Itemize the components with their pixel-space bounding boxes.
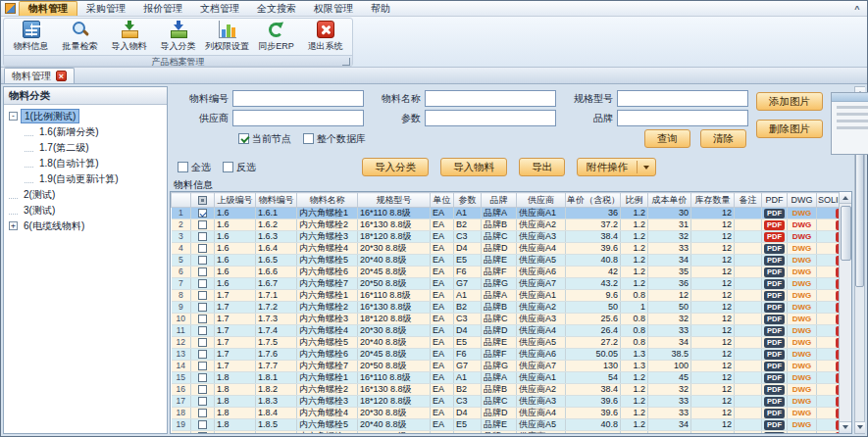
row-checkbox[interactable] xyxy=(198,338,207,347)
cell-sw[interactable]: SW xyxy=(817,278,840,290)
tab-close-icon[interactable]: × xyxy=(56,71,67,81)
ribbon-collapse-button[interactable]: ^ xyxy=(847,1,867,16)
cell-sw[interactable]: SW xyxy=(817,419,840,431)
row-checkbox[interactable] xyxy=(198,350,207,359)
menu-tab-purchase-mgmt[interactable]: 采购管理 xyxy=(77,1,134,16)
table-row-1.8.6[interactable]: 201.81.8.6内六角螺栓620*45 8.8级EAF6品牌F供应商A642… xyxy=(172,431,840,434)
current-node-checkbox[interactable] xyxy=(238,133,249,144)
pdf-badge[interactable]: PDF xyxy=(764,303,785,313)
row-checkbox[interactable] xyxy=(198,244,207,253)
cell-dwg[interactable]: DWG xyxy=(788,384,817,396)
cell-dwg[interactable]: DWG xyxy=(788,255,817,267)
column-header-parent[interactable]: 上级编号 xyxy=(215,193,256,208)
table-row-1.6.5[interactable]: 51.61.6.5内六角螺栓520*40 8.8级EAE5品牌E供应商A540.… xyxy=(172,255,840,267)
cell-check[interactable] xyxy=(191,302,215,314)
row-checkbox[interactable] xyxy=(198,291,207,300)
row-checkbox[interactable] xyxy=(198,220,207,229)
table-row-1.6.4[interactable]: 41.61.6.4内六角螺栓420*30 8.8级EAD4品牌D供应商A439.… xyxy=(172,243,840,255)
cell-check[interactable] xyxy=(191,349,215,361)
cell-sw[interactable]: SW xyxy=(817,361,840,372)
pdf-badge[interactable]: PDF xyxy=(764,338,785,348)
table-row-1.7.2[interactable]: 91.71.7.2内六角螺栓216*130 8.8级EAB2品牌B供应商A250… xyxy=(172,302,840,314)
column-header-n[interactable] xyxy=(172,193,191,208)
cell-check[interactable] xyxy=(191,361,215,372)
row-checkbox[interactable] xyxy=(198,209,207,218)
scrollbar-thumb[interactable] xyxy=(841,206,851,261)
cell-pdf[interactable]: PDF xyxy=(762,431,788,434)
dwg-badge[interactable]: DWG xyxy=(792,209,812,218)
cell-sw[interactable]: SW xyxy=(817,255,840,267)
grid-vertical-scrollbar[interactable] xyxy=(839,192,851,433)
dwg-badge[interactable]: DWG xyxy=(792,303,812,312)
expand-icon[interactable]: + xyxy=(9,221,18,230)
pdf-badge[interactable]: PDF xyxy=(764,373,785,383)
cell-sw[interactable]: SW xyxy=(817,325,840,337)
column-header-ratio[interactable]: 比例 xyxy=(621,193,648,208)
cell-check[interactable] xyxy=(191,325,215,337)
whole-database-checkbox[interactable] xyxy=(303,133,314,144)
cell-check[interactable] xyxy=(191,219,215,231)
select-all-checkbox[interactable] xyxy=(198,196,207,205)
cell-dwg[interactable]: DWG xyxy=(788,290,817,302)
row-checkbox[interactable] xyxy=(198,279,207,288)
ribbon-button-import-category[interactable]: 导入分类 xyxy=(154,20,202,54)
column-header-brand[interactable]: 品牌 xyxy=(482,193,517,208)
cell-dwg[interactable]: DWG xyxy=(788,208,817,219)
column-header-price[interactable]: 单价（含税） xyxy=(566,193,621,208)
column-header-dwg[interactable]: DWG xyxy=(788,193,817,208)
cell-sw[interactable]: SW xyxy=(817,302,840,314)
table-row-1.8.1[interactable]: 151.81.8.1内六角螺栓116*110 8.8级EAA1品牌A供应商A15… xyxy=(172,372,840,384)
dwg-badge[interactable]: DWG xyxy=(792,385,812,394)
cell-pdf[interactable]: PDF xyxy=(762,314,788,325)
pdf-badge[interactable]: PDF xyxy=(764,244,785,254)
dwg-badge[interactable]: DWG xyxy=(792,220,812,229)
column-header-sw[interactable]: SOLIDWORKS xyxy=(817,193,840,208)
dwg-badge[interactable]: DWG xyxy=(792,267,812,276)
cell-pdf[interactable]: PDF xyxy=(762,290,788,302)
cell-check[interactable] xyxy=(191,267,215,278)
row-checkbox[interactable] xyxy=(198,232,207,241)
pdf-badge[interactable]: PDF xyxy=(764,326,785,336)
cell-dwg[interactable]: DWG xyxy=(788,231,817,243)
row-checkbox[interactable] xyxy=(198,373,207,382)
cell-pdf[interactable]: PDF xyxy=(762,372,788,384)
cell-check[interactable] xyxy=(191,419,215,431)
column-header-check[interactable] xyxy=(191,193,215,208)
pdf-badge[interactable]: PDF xyxy=(764,362,785,371)
select-all-checkbox[interactable] xyxy=(178,162,188,172)
cell-pdf[interactable]: PDF xyxy=(762,243,788,255)
search-input-spec-model[interactable] xyxy=(617,90,748,107)
cell-check[interactable] xyxy=(191,431,215,434)
dwg-badge[interactable]: DWG xyxy=(792,350,812,359)
pdf-badge[interactable]: PDF xyxy=(764,432,785,433)
row-checkbox[interactable] xyxy=(198,432,207,433)
cell-check[interactable] xyxy=(191,408,215,419)
material-image-preview[interactable] xyxy=(831,92,868,155)
pdf-badge[interactable]: PDF xyxy=(764,232,785,242)
checkbox-current-node[interactable]: 当前节点 xyxy=(238,132,291,146)
cell-check[interactable] xyxy=(191,290,215,302)
cell-sw[interactable]: SW xyxy=(817,372,840,384)
cell-check[interactable] xyxy=(191,314,215,325)
column-header-pdf[interactable]: PDF xyxy=(762,193,788,208)
search-input-material-code[interactable] xyxy=(232,90,364,107)
dwg-badge[interactable]: DWG xyxy=(792,315,812,323)
cell-pdf[interactable]: PDF xyxy=(762,419,788,431)
dwg-badge[interactable]: DWG xyxy=(792,232,812,241)
cell-sw[interactable]: SW xyxy=(817,431,840,434)
delete-image-button[interactable]: 删除图片 xyxy=(756,120,823,138)
cell-dwg[interactable]: DWG xyxy=(788,278,817,290)
ribbon-button-material-info[interactable]: 物料信息 xyxy=(7,20,55,54)
pdf-badge[interactable]: PDF xyxy=(764,209,785,218)
pdf-badge[interactable]: PDF xyxy=(764,397,785,407)
search-input-material-name[interactable] xyxy=(425,90,556,107)
row-checkbox[interactable] xyxy=(198,267,207,276)
table-row-1.7.1[interactable]: 81.71.7.1内六角螺栓116*110 8.8级EAA1品牌A供应商A19.… xyxy=(172,290,840,302)
cell-check[interactable] xyxy=(191,255,215,267)
cell-dwg[interactable]: DWG xyxy=(788,431,817,434)
row-checkbox[interactable] xyxy=(198,256,207,265)
cell-dwg[interactable]: DWG xyxy=(788,314,817,325)
cell-check[interactable] xyxy=(191,384,215,396)
cell-dwg[interactable]: DWG xyxy=(788,325,817,337)
table-row-1.7.3[interactable]: 101.71.7.3内六角螺栓318*120 8.8级EAC3品牌C供应商A32… xyxy=(172,314,840,325)
